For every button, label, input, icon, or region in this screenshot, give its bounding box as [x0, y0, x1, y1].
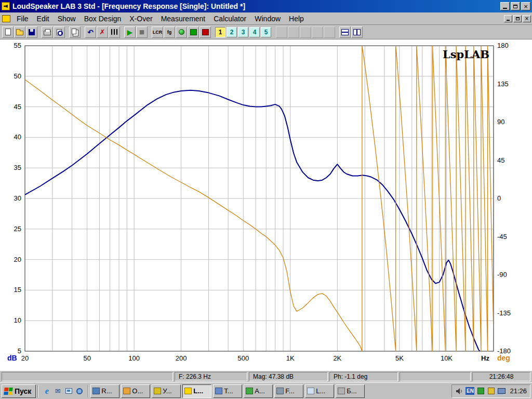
menu-edit[interactable]: Edit: [33, 14, 54, 24]
impedance-chart-button[interactable]: [200, 26, 211, 38]
new-button[interactable]: [2, 26, 14, 38]
task-button-8[interactable]: L...: [305, 384, 334, 398]
svg-text:35: 35: [14, 164, 21, 171]
task-label: Б...: [347, 387, 356, 395]
volume-icon[interactable]: [455, 387, 463, 395]
menu-window[interactable]: Window: [250, 14, 285, 24]
open-folder-icon: [16, 31, 23, 35]
internet-explorer-icon[interactable]: e: [42, 387, 51, 396]
task-icon: [276, 388, 284, 394]
copy-button[interactable]: [69, 26, 81, 38]
save-button[interactable]: [26, 26, 37, 38]
task-label: F...: [285, 387, 294, 395]
language-indicator[interactable]: EN: [466, 387, 474, 395]
stop-icon: ■: [139, 29, 144, 35]
histogram-button[interactable]: [109, 26, 120, 38]
menu-calculator[interactable]: Calculator: [209, 14, 250, 24]
chart-canvas[interactable]: 510152025303540455055-180-135-90-4504590…: [0, 39, 532, 371]
taskbar-divider: [88, 385, 89, 397]
svg-text:-135: -135: [497, 309, 511, 317]
delete-curve-button[interactable]: ✗: [97, 26, 108, 38]
curve-slot-1-button[interactable]: 1: [215, 27, 225, 37]
task-button-7[interactable]: F...: [274, 384, 303, 398]
curve-slot-5-button[interactable]: 5: [261, 27, 271, 37]
minimize-button[interactable]: [500, 2, 510, 10]
svg-text:90: 90: [497, 118, 504, 126]
phase-display-button[interactable]: [176, 26, 187, 38]
svg-text:10: 10: [14, 316, 21, 324]
application-window: LoudSpeaker LAB 3 Std - [Frequency Respo…: [0, 0, 532, 399]
close-icon: ×: [523, 4, 528, 9]
menu-help[interactable]: Help: [285, 14, 308, 24]
tile-horizontal-button[interactable]: [339, 26, 351, 38]
start-label: Пуск: [15, 387, 31, 395]
undo-icon: ↶: [87, 28, 94, 36]
menu-x-over[interactable]: X-Over: [125, 14, 156, 24]
task-label: L...: [193, 387, 203, 395]
task-button-6[interactable]: A...: [244, 384, 273, 398]
mdi-close-icon: ×: [525, 16, 529, 21]
mdi-restore-icon: [516, 17, 520, 20]
print-preview-button[interactable]: [54, 26, 65, 38]
toolbar-blank-button-1[interactable]: [276, 26, 287, 38]
tile-vertical-button[interactable]: [351, 26, 363, 38]
svg-text:1K: 1K: [286, 354, 295, 362]
cursor-phase-readout: Ph: -1.1 deg: [329, 372, 398, 381]
antivirus-icon[interactable]: [476, 387, 485, 395]
menu-file[interactable]: File: [12, 14, 33, 24]
curve-slot-4-button[interactable]: 4: [249, 27, 260, 37]
task-button-4-active[interactable]: L...: [182, 384, 211, 398]
printer-icon: [44, 31, 51, 35]
start-measurement-button[interactable]: ▶: [124, 26, 136, 38]
stop-measurement-button[interactable]: ■: [136, 26, 148, 38]
menu-measurement[interactable]: Measurement: [157, 14, 210, 24]
new-document-icon: [5, 29, 11, 35]
windows-logo-icon: [4, 388, 12, 395]
task-button-5[interactable]: T...: [213, 384, 242, 398]
save-icon: [29, 29, 35, 35]
red-chart-icon: [202, 29, 209, 35]
toolbar-blank-button-3[interactable]: [300, 26, 311, 38]
print-button[interactable]: [42, 26, 53, 38]
restore-button[interactable]: [511, 2, 520, 10]
toolbar-blank-button-2[interactable]: [288, 26, 299, 38]
channels-icon[interactable]: [75, 387, 84, 396]
svg-text:180: 180: [497, 42, 509, 49]
green-ball-icon: [179, 29, 184, 35]
task-button-2[interactable]: O...: [121, 384, 150, 398]
mdi-minimize-button[interactable]: [504, 15, 512, 22]
menu-box-design[interactable]: Box Design: [80, 14, 126, 24]
undo-button[interactable]: ↶: [85, 26, 96, 38]
task-label: O...: [132, 387, 143, 395]
print-preview-icon: [57, 29, 62, 35]
curve-slot-1-label: 1: [219, 29, 222, 36]
mdi-close-button[interactable]: ×: [523, 15, 531, 22]
mdi-restore-button[interactable]: [513, 15, 522, 22]
fg-button[interactable]: fg: [164, 26, 175, 38]
spl-chart-button[interactable]: [188, 26, 199, 38]
task-icon: [338, 388, 345, 394]
open-button[interactable]: [14, 26, 25, 38]
show-desktop-icon[interactable]: [64, 387, 73, 396]
window-title: LoudSpeaker LAB 3 Std - [Frequency Respo…: [12, 2, 499, 10]
mail-icon[interactable]: ✉: [53, 387, 62, 396]
lcr-button[interactable]: LCR: [152, 26, 163, 38]
menu-show[interactable]: Show: [54, 14, 80, 24]
svg-text:45: 45: [14, 103, 21, 111]
network-icon[interactable]: [497, 387, 506, 395]
svg-text:45: 45: [497, 156, 504, 164]
svg-text:25: 25: [14, 225, 21, 233]
close-button[interactable]: ×: [521, 2, 530, 10]
mdi-document-icon[interactable]: [2, 15, 10, 22]
curve-slot-3-button[interactable]: 3: [238, 27, 248, 37]
tile-vertical-icon: [353, 29, 361, 35]
toolbar-blank-button-5[interactable]: [324, 26, 335, 38]
curve-slot-2-button[interactable]: 2: [227, 27, 237, 37]
task-button-3[interactable]: У...: [152, 384, 181, 398]
toolbar-blank-button-4[interactable]: [312, 26, 323, 38]
minimize-icon: [503, 8, 507, 9]
start-button[interactable]: Пуск: [2, 384, 36, 398]
task-button-9[interactable]: Б...: [336, 384, 365, 398]
scheduler-icon[interactable]: [487, 387, 495, 395]
task-button-1[interactable]: R...: [90, 384, 119, 398]
